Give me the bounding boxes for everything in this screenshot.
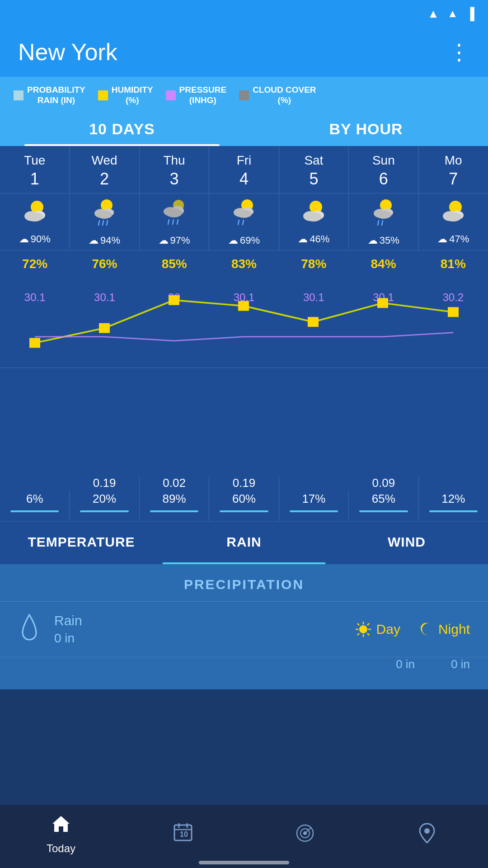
location-icon (418, 823, 436, 845)
weather-icon-1 (19, 199, 51, 231)
rain-bar-7 (429, 510, 478, 512)
chart-tab-rain[interactable]: RAIN (163, 522, 325, 564)
svg-line-15 (168, 220, 169, 224)
svg-line-8 (99, 221, 99, 225)
day-col-3: Thu 3 (140, 146, 209, 193)
rain-col-5: 17% (279, 490, 349, 521)
day-col-4: Fri 4 (209, 146, 279, 193)
day-col-5: Sat 5 (279, 146, 349, 193)
legend-box-cloud (239, 90, 249, 100)
battery-icon: ▐ (466, 7, 474, 21)
day-num-4: 4 (212, 170, 276, 189)
legend-cloud: CLOUD COVER(%) (239, 85, 316, 106)
day-name-3: Thu (142, 153, 206, 168)
legend-box-pressure (166, 90, 176, 100)
rain-col-2: 0.19 20% (70, 476, 139, 521)
rain-bar-6 (359, 510, 408, 512)
svg-point-3 (27, 212, 43, 222)
svg-point-27 (305, 212, 322, 222)
cloud-pct-7: ☁ 47% (437, 233, 469, 245)
legend-label-humidity: HUMIDITY(%) (112, 85, 153, 106)
icon-col-6: ☁ 35% (349, 193, 418, 250)
rain-col-6: 0.09 65% (349, 476, 418, 521)
weather-icons-row: ☁ 90% ☁ 94% (0, 193, 488, 250)
legend-label-pressure: PRESSURE(INHG) (179, 85, 227, 106)
nav-location[interactable] (366, 823, 488, 850)
rain-col-1: 6% (0, 490, 70, 521)
icon-col-3: ☁ 97% (140, 193, 209, 250)
pressure-line (35, 332, 453, 340)
page-title: New York (18, 38, 117, 66)
cloud-icon-small-6: ☁ (368, 235, 378, 246)
menu-button[interactable]: ⋮ (448, 39, 470, 65)
weather-icon-7 (437, 199, 469, 231)
day-col-2: Wed 2 (70, 146, 139, 193)
signal-icon: ▲ (447, 7, 458, 20)
svg-point-21 (236, 210, 252, 218)
rain-col-4: 0.19 60% (209, 476, 279, 521)
nav-calendar[interactable]: 10 (122, 821, 244, 851)
precip-amounts: 0 in 0 in (0, 657, 488, 680)
day-amount: 0 in (396, 657, 415, 671)
svg-text:10: 10 (180, 830, 188, 838)
cloud-pct-6: ☁ 35% (368, 235, 399, 246)
day-night-labels: Day Night (355, 621, 470, 638)
rain-data-row: 6% 0.19 20% 0.02 89% 0.19 60% 17% 0.09 6… (0, 368, 488, 522)
humidity-dot-5 (308, 317, 319, 327)
humidity-dot-2 (99, 323, 110, 333)
view-tabs: 10 DAYS BY HOUR (0, 110, 488, 146)
rain-pct-2: 20% (93, 492, 116, 506)
rain-amount-2: 0.19 (93, 476, 116, 490)
cloud-icon-small-2: ☁ (89, 235, 99, 246)
rain-bar-1 (10, 510, 59, 512)
day-num-2: 2 (72, 170, 136, 189)
status-bar: ▲ ▲ ▐ (0, 0, 488, 27)
rain-pct-1: 6% (26, 492, 43, 506)
cloud-pct-5: ☁ 46% (298, 233, 329, 245)
legend-pressure: PRESSURE(INHG) (166, 85, 227, 106)
legend-box-rain (14, 90, 23, 100)
chart-lines-svg (0, 277, 488, 368)
top-bar: New York ⋮ (0, 27, 488, 77)
icon-col-5: ☁ 46% (279, 194, 349, 249)
day-col-7: Mo 7 (419, 146, 488, 193)
chart-area: Tue 1 Wed 2 Thu 3 Fri 4 Sat 5 Sun 6 Mo 7 (0, 146, 488, 564)
cloud-icon-small-1: ☁ (19, 233, 29, 245)
tab-10days[interactable]: 10 DAYS (0, 110, 244, 146)
day-label: Day (355, 621, 400, 638)
day-name-6: Sun (352, 153, 415, 168)
icon-col-2: ☁ 94% (70, 193, 139, 250)
legend-humidity: HUMIDITY(%) (98, 85, 153, 106)
chart-tab-temperature[interactable]: TEMPERATURE (0, 522, 163, 564)
radar-icon (295, 823, 315, 845)
humidity-dot-7 (448, 307, 459, 317)
night-label: Night (418, 621, 470, 638)
svg-line-22 (238, 220, 239, 225)
svg-line-17 (177, 220, 178, 224)
chart-tab-wind[interactable]: WIND (325, 522, 488, 564)
cloud-icon-small-3: ☁ (159, 235, 169, 246)
cloud-icon-small-7: ☁ (437, 233, 447, 245)
nav-today[interactable]: Today (0, 814, 122, 859)
svg-line-44 (367, 633, 369, 635)
humidity-dot-6 (377, 298, 388, 308)
svg-line-32 (378, 221, 379, 225)
day-name-5: Sat (282, 153, 346, 168)
cloud-pct-4: ☁ 69% (228, 235, 260, 246)
svg-line-45 (367, 623, 369, 625)
home-icon (51, 814, 71, 840)
cloud-pct-1: ☁ 90% (19, 233, 51, 245)
rain-pct-5: 17% (302, 492, 325, 506)
svg-point-14 (166, 208, 182, 217)
weather-icon-3 (159, 198, 190, 232)
cloud-pct-3: ☁ 97% (159, 235, 190, 246)
svg-line-9 (103, 221, 103, 225)
weather-icon-2 (89, 198, 120, 232)
day-num-6: 6 (352, 170, 415, 189)
tab-byhour[interactable]: BY HOUR (244, 110, 488, 146)
icon-col-4: ☁ 69% (209, 193, 279, 250)
svg-point-38 (359, 625, 367, 633)
rain-col-3: 0.02 89% (140, 476, 209, 521)
weather-icon-4 (228, 198, 260, 232)
nav-radar[interactable] (244, 823, 366, 850)
